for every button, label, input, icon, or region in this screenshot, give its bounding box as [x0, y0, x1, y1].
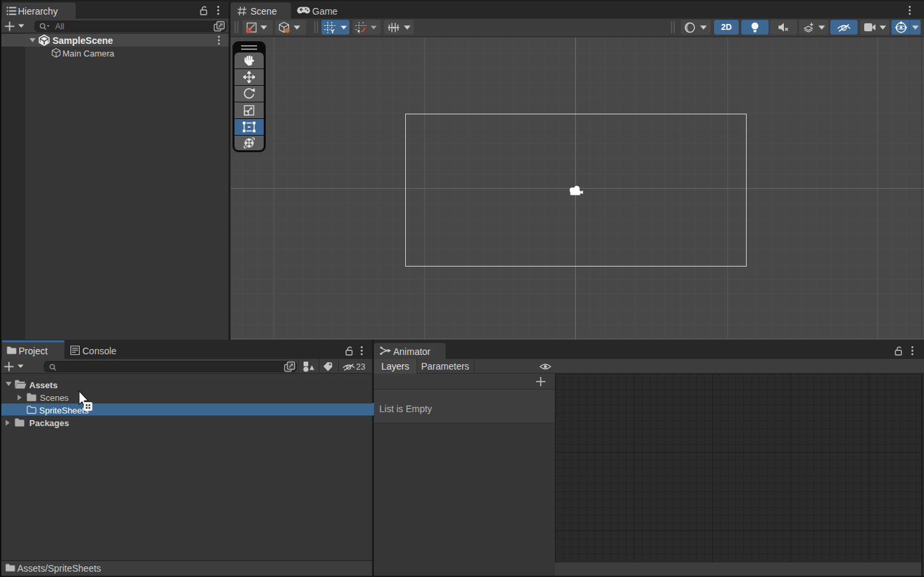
svg-text:Y: Y — [331, 28, 335, 33]
